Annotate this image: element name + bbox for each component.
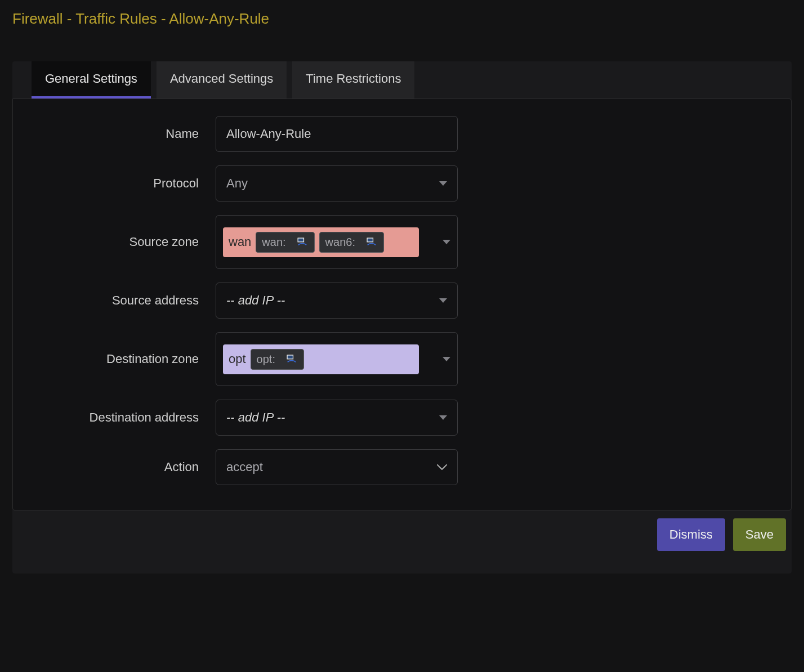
network-interface-icon: [285, 354, 298, 364]
network-interface-icon: [296, 237, 309, 247]
label-source-zone: Source zone: [35, 235, 216, 249]
tab-advanced-settings[interactable]: Advanced Settings: [157, 61, 287, 98]
page-title: Firewall - Traffic Rules - Allow-Any-Rul…: [12, 10, 792, 28]
dropdown-source-address[interactable]: -- add IP --: [216, 283, 458, 319]
label-destination-zone: Destination zone: [35, 352, 216, 366]
network-interface-icon: [365, 237, 378, 247]
chevron-down-icon: [443, 357, 450, 361]
select-action-value: accept: [226, 460, 263, 474]
chevron-down-icon: [439, 298, 447, 303]
input-name-wrap[interactable]: [216, 116, 458, 152]
interface-chip: wan6:: [319, 232, 384, 253]
chevron-down-icon: [443, 240, 450, 244]
dropdown-destination-zone[interactable]: opt opt:: [216, 332, 458, 386]
chevron-down-icon: [439, 415, 447, 420]
chevron-down-icon: [439, 181, 447, 186]
zone-badge-wan: wan wan: wan6:: [223, 227, 419, 257]
zone-name: wan: [229, 235, 251, 249]
svg-rect-1: [298, 239, 303, 241]
modal-footer: Dismiss Save: [12, 510, 792, 551]
dropdown-source-zone[interactable]: wan wan: wan6:: [216, 215, 458, 269]
zone-badge-opt: opt opt:: [223, 344, 419, 374]
label-destination-address: Destination address: [35, 410, 216, 425]
placeholder-source-address: -- add IP --: [226, 293, 285, 308]
label-protocol: Protocol: [35, 176, 216, 191]
svg-rect-5: [288, 356, 293, 359]
dropdown-protocol[interactable]: Any: [216, 165, 458, 201]
label-source-address: Source address: [35, 293, 216, 308]
dropdown-protocol-value: Any: [226, 176, 248, 191]
interface-label: wan:: [262, 236, 285, 249]
zone-name: opt: [229, 352, 246, 366]
dismiss-button[interactable]: Dismiss: [657, 518, 725, 551]
form-general-settings: Name Protocol Any Source zone wan: [12, 98, 792, 510]
label-name: Name: [35, 127, 216, 141]
placeholder-destination-address: -- add IP --: [226, 410, 285, 425]
save-button[interactable]: Save: [733, 518, 786, 551]
interface-chip: opt:: [251, 349, 304, 370]
tab-general-settings[interactable]: General Settings: [32, 61, 151, 98]
select-action[interactable]: accept: [216, 449, 458, 485]
tab-time-restrictions[interactable]: Time Restrictions: [292, 61, 414, 98]
interface-label: opt:: [257, 353, 275, 366]
dropdown-destination-address[interactable]: -- add IP --: [216, 400, 458, 436]
svg-rect-3: [368, 239, 373, 241]
modal-content: General Settings Advanced Settings Time …: [12, 61, 792, 574]
input-name[interactable]: [226, 127, 447, 141]
interface-chip: wan:: [256, 232, 314, 253]
interface-label: wan6:: [325, 236, 355, 249]
tabs: General Settings Advanced Settings Time …: [12, 61, 792, 98]
label-action: Action: [35, 460, 216, 474]
chevron-down-icon: [437, 464, 447, 471]
